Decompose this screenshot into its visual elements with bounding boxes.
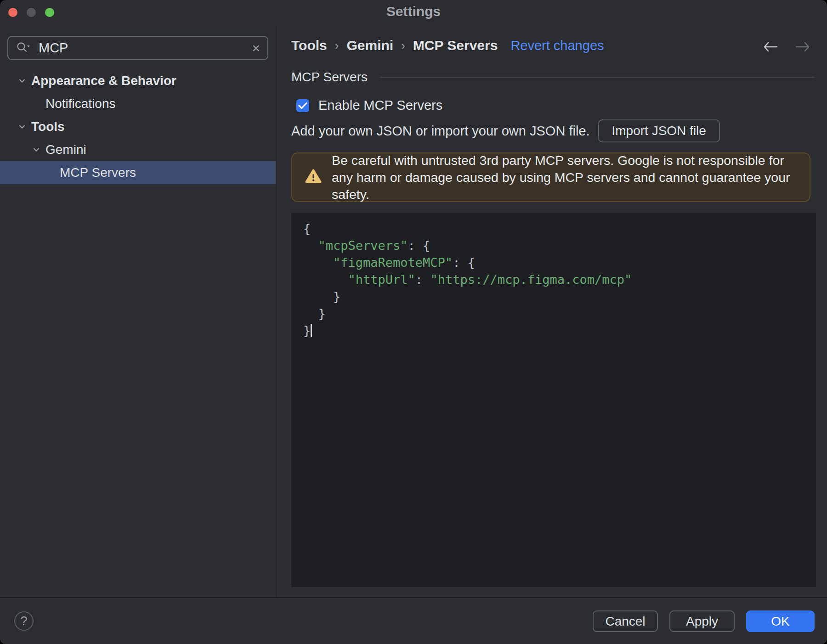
sidebar-item-appearance-behavior[interactable]: Appearance & Behavior xyxy=(0,69,276,92)
history-nav xyxy=(762,40,811,57)
import-json-button[interactable]: Import JSON file xyxy=(598,119,720,142)
section-divider xyxy=(380,77,815,78)
ok-button[interactable]: OK xyxy=(746,610,815,632)
titlebar: Settings xyxy=(0,0,827,26)
code-line: "httpUrl": "https://mcp.figma.com/mcp" xyxy=(303,271,816,288)
breadcrumb: Tools › Gemini › MCP Servers Revert chan… xyxy=(291,38,604,53)
clear-search-icon[interactable]: × xyxy=(252,41,260,55)
settings-search-box[interactable]: × xyxy=(7,36,268,60)
section-title: MCP Servers xyxy=(291,70,368,85)
code-line: "figmaRemoteMCP": { xyxy=(303,254,816,271)
back-arrow-icon[interactable] xyxy=(762,40,780,57)
text-caret xyxy=(311,324,312,337)
import-json-text: Add your own JSON or import your own JSO… xyxy=(291,124,590,139)
code-line: "mcpServers": { xyxy=(303,237,816,254)
breadcrumb-tools[interactable]: Tools xyxy=(291,38,327,53)
code-line: { xyxy=(303,220,816,237)
dialog-footer: ? Cancel Apply OK xyxy=(0,597,827,644)
sidebar-item-label: Gemini xyxy=(45,142,86,157)
tree-indent-spacer xyxy=(45,167,56,178)
warning-banner: Be careful with untrusted 3rd party MCP … xyxy=(291,153,810,202)
settings-window: Settings × Appearance & BehaviorNotifica… xyxy=(0,0,827,644)
chevron-down-icon[interactable] xyxy=(31,144,42,155)
window-title: Settings xyxy=(0,0,827,26)
warning-icon xyxy=(305,169,322,186)
search-icon xyxy=(16,40,31,56)
enable-mcp-checkbox[interactable] xyxy=(296,99,309,112)
json-editor[interactable]: { "mcpServers": { "figmaRemoteMCP": { "h… xyxy=(291,213,816,587)
sidebar-item-label: Notifications xyxy=(45,96,116,111)
settings-sidebar: × Appearance & BehaviorNotificationsTool… xyxy=(0,26,277,597)
sidebar-item-label: Appearance & Behavior xyxy=(31,73,176,88)
tree-indent-spacer xyxy=(31,98,42,109)
sidebar-item-label: MCP Servers xyxy=(60,165,136,180)
sidebar-item-label: Tools xyxy=(31,119,65,134)
sidebar-item-gemini[interactable]: Gemini xyxy=(0,138,276,161)
code-line: } xyxy=(303,288,816,305)
chevron-down-icon[interactable] xyxy=(17,75,28,86)
settings-content: Tools › Gemini › MCP Servers Revert chan… xyxy=(277,26,827,597)
forward-arrow-icon[interactable] xyxy=(793,40,811,57)
code-line: } xyxy=(303,322,816,339)
breadcrumb-separator-icon: › xyxy=(401,39,405,53)
enable-mcp-label: Enable MCP Servers xyxy=(318,98,442,113)
settings-tree: Appearance & BehaviorNotificationsToolsG… xyxy=(0,69,276,184)
sidebar-item-tools[interactable]: Tools xyxy=(0,115,276,138)
cancel-button[interactable]: Cancel xyxy=(593,610,658,632)
sidebar-item-notifications[interactable]: Notifications xyxy=(0,92,276,115)
breadcrumb-mcp-servers[interactable]: MCP Servers xyxy=(413,38,498,53)
code-line: } xyxy=(303,305,816,322)
sidebar-item-mcp-servers[interactable]: MCP Servers xyxy=(0,161,276,184)
revert-changes-link[interactable]: Revert changes xyxy=(510,38,604,53)
breadcrumb-gemini[interactable]: Gemini xyxy=(346,38,393,53)
search-input[interactable] xyxy=(38,40,252,56)
chevron-down-icon[interactable] xyxy=(17,121,28,132)
warning-text: Be careful with untrusted 3rd party MCP … xyxy=(332,152,797,203)
breadcrumb-separator-icon: › xyxy=(335,39,339,53)
help-icon[interactable]: ? xyxy=(14,611,34,631)
check-icon xyxy=(298,102,307,109)
apply-button[interactable]: Apply xyxy=(669,610,735,632)
